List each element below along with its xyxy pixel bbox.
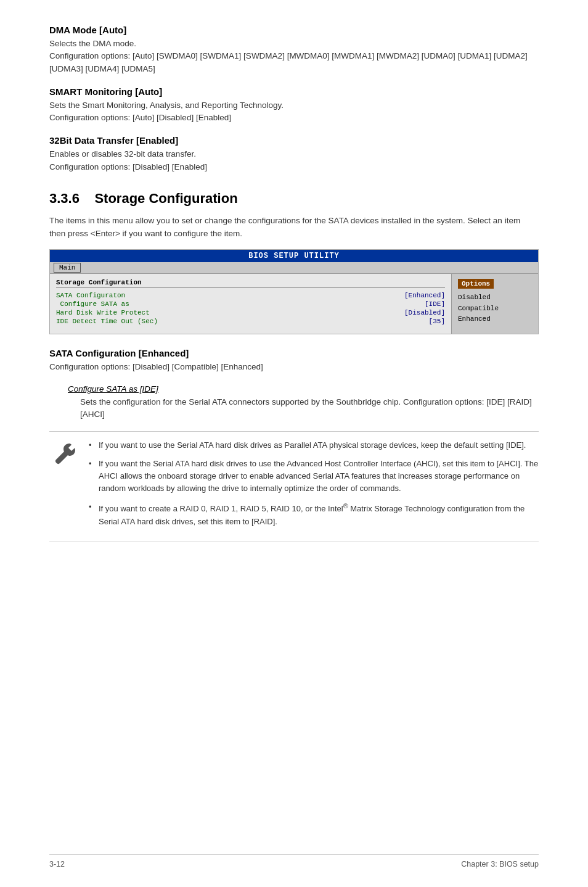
- note-item-2: If you want the Serial ATA hard disk dri…: [89, 458, 539, 495]
- bios-option-compatible: Compatible: [458, 303, 532, 315]
- note-content: If you want to use the Serial ATA hard d…: [89, 439, 539, 534]
- bios-label-configure-sata: Configure SATA as: [56, 300, 129, 308]
- note-item-1: If you want to use the Serial ATA hard d…: [89, 439, 539, 452]
- bios-screenshot: BIOS SETUP UTILITY Main Storage Configur…: [49, 249, 539, 334]
- smart-monitoring-section: SMART Monitoring [Auto] Sets the Smart M…: [49, 86, 539, 125]
- bios-row-ide-detect: IDE Detect Time Out (Sec) [35]: [56, 318, 445, 325]
- bios-value-configure-sata: [IDE]: [425, 300, 445, 308]
- bios-nav: Main: [50, 262, 538, 274]
- bios-content: Storage Configuration SATA Configuraton …: [50, 274, 538, 334]
- bios-option-disabled: Disabled: [458, 292, 532, 303]
- storage-config-intro: The items in this menu allow you to set …: [49, 214, 539, 241]
- bios-nav-tab: Main: [54, 263, 81, 273]
- smart-monitoring-description: Sets the Smart Monitoring, Analysis, and…: [49, 99, 539, 125]
- storage-config-chapter: 3.3.6 Storage Configuration The items in…: [49, 191, 539, 334]
- smart-monitoring-title: SMART Monitoring [Auto]: [49, 86, 539, 97]
- bios-header: BIOS SETUP UTILITY: [50, 250, 538, 262]
- bios-label-write-protect: Hard Disk Write Protect: [56, 309, 150, 316]
- wrench-svg: [51, 441, 78, 468]
- bios-value-ide-detect: [35]: [429, 318, 445, 325]
- note-item-3: If you want to create a RAID 0, RAID 1, …: [89, 501, 539, 528]
- bios-row-write-protect: Hard Disk Write Protect [Disabled]: [56, 309, 445, 316]
- bios-row-configure-sata: Configure SATA as [IDE]: [56, 300, 445, 308]
- bios-label-sata: SATA Configuraton: [56, 292, 125, 299]
- note-box: If you want to use the Serial ATA hard d…: [49, 431, 539, 542]
- footer-chapter: Chapter 3: BIOS setup: [461, 860, 539, 868]
- 32bit-transfer-description: Enables or disables 32-bit data transfer…: [49, 148, 539, 173]
- 32bit-transfer-section: 32Bit Data Transfer [Enabled] Enables or…: [49, 135, 539, 173]
- bios-options-label: Options: [458, 279, 532, 292]
- configure-sata-subsection: Configure SATA as [IDE] Sets the configu…: [68, 384, 539, 421]
- footer-page-number: 3-12: [49, 860, 65, 868]
- configure-sata-body: Sets the configuration for the Serial AT…: [80, 396, 539, 421]
- bios-label-ide-detect: IDE Detect Time Out (Sec): [56, 318, 158, 325]
- footer: 3-12 Chapter 3: BIOS setup: [49, 854, 539, 868]
- bios-sidebar: Options Disabled Compatible Enhanced: [452, 274, 538, 334]
- dma-mode-description: Selects the DMA mode. Configuration opti…: [49, 38, 539, 75]
- configure-sata-title: Configure SATA as [IDE]: [68, 384, 539, 394]
- dma-mode-title: DMA Mode [Auto]: [49, 25, 539, 35]
- storage-config-heading: 3.3.6 Storage Configuration: [49, 191, 539, 207]
- 32bit-transfer-title: 32Bit Data Transfer [Enabled]: [49, 135, 539, 146]
- bios-section-title: Storage Configuration: [56, 279, 445, 288]
- bios-rows: SATA Configuraton [Enhanced] Configure S…: [56, 292, 445, 325]
- sata-config-section: SATA Configuration [Enhanced] Configurat…: [49, 348, 539, 421]
- sata-config-title: SATA Configuration [Enhanced]: [49, 348, 539, 358]
- svg-point-0: [57, 461, 59, 463]
- note-list: If you want to use the Serial ATA hard d…: [89, 439, 539, 528]
- bios-option-enhanced: Enhanced: [458, 314, 532, 325]
- bios-row-sata-config: SATA Configuraton [Enhanced]: [56, 292, 445, 299]
- sata-config-description: Configuration options: [Disabled] [Compa…: [49, 361, 539, 373]
- bios-main-panel: Storage Configuration SATA Configuraton …: [50, 274, 452, 334]
- wrench-icon: [49, 439, 80, 470]
- bios-value-sata: [Enhanced]: [404, 292, 445, 299]
- bios-value-write-protect: [Disabled]: [404, 309, 445, 316]
- dma-mode-section: DMA Mode [Auto] Selects the DMA mode. Co…: [49, 25, 539, 75]
